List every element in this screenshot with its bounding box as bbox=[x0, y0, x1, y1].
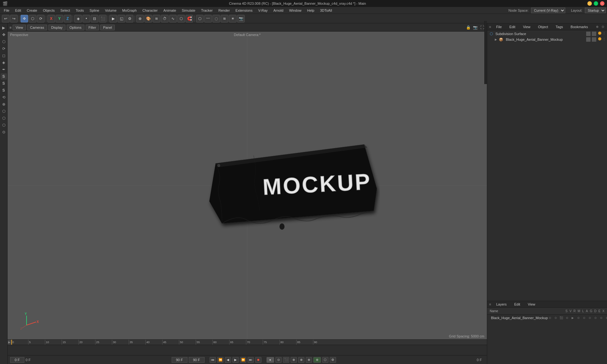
obj-panel-icon2[interactable]: ⊙ bbox=[601, 25, 605, 29]
layer-icon-2[interactable]: ⊙ bbox=[554, 316, 558, 320]
left-tool-paint[interactable]: ✒ bbox=[1, 66, 7, 73]
banner-dot[interactable] bbox=[598, 37, 601, 40]
right-panel-scrollbar[interactable] bbox=[484, 21, 487, 84]
vp-lock-icon[interactable]: 🔒 bbox=[465, 25, 471, 30]
layers-menu-edit[interactable]: Edit bbox=[512, 302, 523, 307]
left-tool-s2[interactable]: S bbox=[1, 80, 7, 87]
left-tool-select[interactable]: ▶ bbox=[1, 25, 7, 31]
node-space-select[interactable]: Current (V-Ray) bbox=[531, 8, 565, 13]
layer-icon-5[interactable]: ▶ bbox=[571, 316, 575, 320]
goto-end-button[interactable]: ⏭ bbox=[248, 357, 254, 363]
tree-item-subdivision[interactable]: ⬡ Subdivision Surface ⋮ bbox=[487, 31, 607, 37]
layer-icon-7[interactable]: ⊙ bbox=[582, 316, 586, 320]
obj-menu-tags[interactable]: Tags bbox=[553, 24, 566, 29]
obj-menu-edit[interactable]: Edit bbox=[507, 24, 518, 29]
viewport[interactable]: MOCKUP MOCKUP Perspective Default Camera… bbox=[8, 32, 487, 339]
layer-row-banner[interactable]: Black_Huge_Aerial_Banner_Mockup ⊙ ⊙ ⬛ ⊙ … bbox=[487, 315, 607, 321]
tree-item-banner[interactable]: ▶ 📦 Black_Huge_Aerial_Banner_Mockup ⋮ bbox=[487, 37, 607, 42]
menu-render[interactable]: Render bbox=[216, 8, 232, 13]
maximize-button[interactable]: □ bbox=[594, 1, 598, 6]
layer-icon-1[interactable]: ⊙ bbox=[548, 316, 552, 320]
render-settings[interactable]: ⚙ bbox=[126, 15, 133, 22]
menu-create[interactable]: Create bbox=[24, 8, 40, 13]
light-icon[interactable]: ☀ bbox=[229, 15, 236, 22]
frame-start-input[interactable] bbox=[172, 357, 187, 363]
key-sel-button[interactable]: ⬛ bbox=[283, 357, 289, 363]
timeline-settings[interactable]: ⚙ bbox=[330, 357, 336, 363]
banner-dots[interactable]: ⋮ bbox=[603, 37, 606, 42]
left-tool-rotate[interactable]: ⟳ bbox=[1, 46, 7, 52]
obj-menu-bookmarks[interactable]: Bookmarks bbox=[568, 24, 591, 29]
next-frame-button[interactable]: ⏩ bbox=[240, 357, 246, 363]
edge-mode[interactable]: ⊟ bbox=[91, 15, 98, 22]
obj-panel-icon1[interactable]: ⊕ bbox=[595, 25, 599, 29]
object-mode[interactable]: ◈ bbox=[74, 15, 82, 22]
vp-cameras-menu[interactable]: Cameras bbox=[27, 25, 47, 30]
vp-view-menu[interactable]: View bbox=[13, 25, 26, 30]
y-axis[interactable]: Y bbox=[56, 15, 63, 22]
banner-check2[interactable] bbox=[592, 37, 596, 42]
spline-tool[interactable]: 〰 bbox=[204, 15, 212, 22]
menu-character[interactable]: Character bbox=[140, 8, 160, 13]
poly-mode[interactable]: ⬛ bbox=[99, 15, 107, 22]
layer-icon-11[interactable]: ⊙ bbox=[605, 316, 607, 320]
close-button[interactable]: × bbox=[600, 1, 604, 6]
minimize-button[interactable]: − bbox=[587, 1, 592, 6]
menu-window[interactable]: Window bbox=[286, 8, 304, 13]
f-curve[interactable]: ∿ bbox=[169, 15, 177, 22]
camera-icon[interactable]: 📷 bbox=[237, 15, 245, 22]
layer-icon-9[interactable]: ⊙ bbox=[593, 316, 598, 320]
add-object[interactable]: ⊕ bbox=[136, 15, 144, 22]
redo-button[interactable]: ↪ bbox=[10, 15, 18, 22]
layers-menu-layers[interactable]: Layers bbox=[494, 302, 509, 307]
tree-color-dot[interactable] bbox=[598, 32, 601, 35]
left-tool-hex3[interactable]: ⬡ bbox=[1, 122, 7, 128]
scale-tool[interactable]: ⬡ bbox=[29, 15, 36, 22]
layer-icon-6[interactable]: ⊙ bbox=[576, 316, 581, 320]
menu-file[interactable]: File bbox=[1, 8, 12, 13]
menu-3dtoall[interactable]: 3DToAll bbox=[317, 8, 334, 13]
vp-menu-icon[interactable]: ≡ bbox=[9, 26, 11, 29]
vp-panel-menu[interactable]: Panel bbox=[100, 25, 115, 30]
left-tool-hex1[interactable]: ⬡ bbox=[1, 108, 7, 114]
vp-display-menu[interactable]: Display bbox=[48, 25, 65, 30]
sound-button[interactable]: ⊕ bbox=[306, 357, 312, 363]
play-reverse-button[interactable]: ◀ bbox=[225, 357, 231, 363]
auto-key-button[interactable]: ● bbox=[267, 357, 274, 363]
loop-button[interactable]: ⊕ bbox=[313, 357, 321, 363]
vp-snapshot-icon[interactable]: 📷 bbox=[472, 25, 478, 30]
obj-menu-file[interactable]: File bbox=[494, 24, 504, 29]
menu-objects[interactable]: Objects bbox=[40, 8, 57, 13]
preview-render-button[interactable]: ⬡ bbox=[322, 357, 328, 363]
tree-checkmark1[interactable] bbox=[586, 32, 591, 36]
left-tool-scale[interactable]: ⬡ bbox=[1, 39, 7, 45]
menu-arnold[interactable]: Arnold bbox=[271, 8, 286, 13]
left-tool-live[interactable]: ◈ bbox=[1, 59, 7, 66]
rotate-tool[interactable]: ⟳ bbox=[37, 15, 45, 22]
deformer[interactable]: ≋ bbox=[221, 15, 228, 22]
playhead[interactable] bbox=[11, 340, 12, 345]
left-tool-hex2[interactable]: ⬡ bbox=[1, 115, 7, 121]
material-manager[interactable]: 🎨 bbox=[144, 15, 152, 22]
tree-dots[interactable]: ⋮ bbox=[603, 32, 606, 36]
snap-icon[interactable]: 🧲 bbox=[186, 15, 193, 22]
menu-volume[interactable]: Volume bbox=[102, 8, 119, 13]
play-mode-button[interactable]: ⊕ bbox=[291, 357, 297, 363]
layer-icon[interactable]: ⬡ bbox=[177, 15, 185, 22]
obj-menu-object[interactable]: Object bbox=[536, 24, 551, 29]
prev-frame-button[interactable]: ⏪ bbox=[217, 357, 224, 363]
point-mode[interactable]: • bbox=[83, 15, 90, 22]
x-axis[interactable]: X bbox=[47, 15, 55, 22]
goto-start-button[interactable]: ⏮ bbox=[210, 357, 216, 363]
render-icon[interactable]: ▶ bbox=[109, 15, 117, 22]
left-tool-move[interactable]: ✥ bbox=[1, 32, 7, 38]
left-tool-add[interactable]: ⊕ bbox=[1, 101, 7, 107]
menu-animate[interactable]: Animate bbox=[161, 8, 179, 13]
menu-vray[interactable]: V-Ray bbox=[256, 8, 270, 13]
z-axis[interactable]: Z bbox=[64, 15, 71, 22]
layer-icon-4[interactable]: ⊙ bbox=[565, 316, 569, 320]
vp-filter-menu[interactable]: Filter bbox=[86, 25, 99, 30]
left-tool-s3[interactable]: S bbox=[1, 87, 7, 94]
move-tool[interactable]: ✥ bbox=[21, 15, 28, 22]
layer-icon-8[interactable]: ⊙ bbox=[588, 316, 592, 320]
